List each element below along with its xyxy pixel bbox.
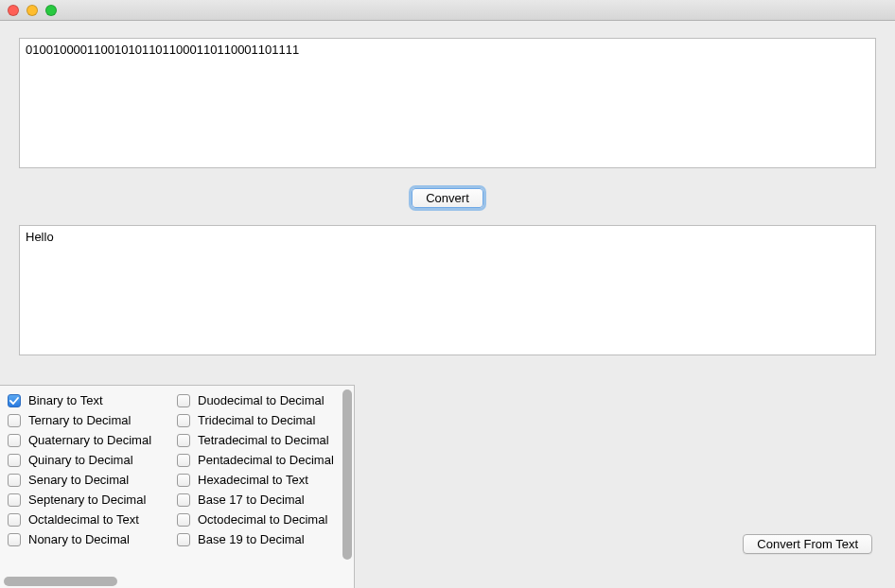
option-label: Binary to Text xyxy=(28,393,103,407)
option-row[interactable]: Octodecimal to Decimal xyxy=(177,512,339,527)
option-label: Tetradecimal to Decimal xyxy=(198,433,329,447)
convert-row: Convert xyxy=(19,171,876,225)
option-label: Quinary to Decimal xyxy=(28,453,133,467)
checkbox[interactable] xyxy=(177,394,190,407)
minimize-icon[interactable] xyxy=(26,5,38,16)
convert-button[interactable]: Convert xyxy=(412,188,483,208)
titlebar xyxy=(0,0,895,21)
option-label: Octodecimal to Decimal xyxy=(198,512,327,527)
option-row[interactable]: Duodecimal to Decimal xyxy=(177,393,339,407)
option-row[interactable]: Octaldecimal to Text xyxy=(8,512,169,527)
option-label: Pentadecimal to Decimal xyxy=(198,453,334,467)
checkbox[interactable] xyxy=(8,434,21,447)
convert-from-text-button[interactable]: Convert From Text xyxy=(743,534,872,554)
close-icon[interactable] xyxy=(8,5,19,16)
options-inner: Binary to TextTernary to DecimalQuaterna… xyxy=(8,393,339,546)
lower-region: Binary to TextTernary to DecimalQuaterna… xyxy=(0,385,895,588)
checkbox[interactable] xyxy=(177,493,190,507)
checkbox[interactable] xyxy=(8,414,21,427)
horizontal-scrollbar[interactable] xyxy=(4,577,155,586)
option-label: Septenary to Decimal xyxy=(28,493,146,507)
content-area: Convert xyxy=(0,21,895,358)
option-label: Senary to Decimal xyxy=(28,473,129,487)
option-row[interactable]: Tetradecimal to Decimal xyxy=(177,433,339,447)
checkbox[interactable] xyxy=(8,454,21,467)
option-row[interactable]: Tridecimal to Decimal xyxy=(177,413,339,427)
checkbox[interactable] xyxy=(8,493,21,507)
vertical-scrollbar-thumb[interactable] xyxy=(342,389,352,560)
option-row[interactable]: Ternary to Decimal xyxy=(8,413,169,427)
horizontal-scrollbar-thumb[interactable] xyxy=(4,577,117,586)
checkbox[interactable] xyxy=(177,414,190,427)
checkbox[interactable] xyxy=(8,533,21,546)
options-col-2: Duodecimal to DecimalTridecimal to Decim… xyxy=(177,393,339,546)
option-row[interactable]: Hexadecimal to Text xyxy=(177,473,339,487)
option-label: Ternary to Decimal xyxy=(28,413,131,427)
option-label: Nonary to Decimal xyxy=(28,532,130,546)
option-label: Hexadecimal to Text xyxy=(198,473,308,487)
option-row[interactable]: Quaternary to Decimal xyxy=(8,433,169,447)
checkbox[interactable] xyxy=(8,474,21,487)
option-label: Octaldecimal to Text xyxy=(28,512,139,527)
option-row[interactable]: Nonary to Decimal xyxy=(8,532,169,546)
options-panel: Binary to TextTernary to DecimalQuaterna… xyxy=(0,385,355,588)
output-textarea[interactable] xyxy=(19,225,876,355)
option-row[interactable]: Pentadecimal to Decimal xyxy=(177,453,339,467)
option-row[interactable]: Quinary to Decimal xyxy=(8,453,169,467)
option-row[interactable]: Base 19 to Decimal xyxy=(177,532,339,546)
option-row[interactable]: Septenary to Decimal xyxy=(8,493,169,507)
option-row[interactable]: Base 17 to Decimal xyxy=(177,493,339,507)
checkbox[interactable] xyxy=(8,394,21,407)
checkbox[interactable] xyxy=(8,513,21,527)
vertical-scrollbar[interactable] xyxy=(342,389,352,584)
option-label: Base 17 to Decimal xyxy=(198,493,305,507)
option-label: Quaternary to Decimal xyxy=(28,433,151,447)
zoom-icon[interactable] xyxy=(45,5,57,16)
checkbox[interactable] xyxy=(177,454,190,467)
checkbox[interactable] xyxy=(177,434,190,447)
checkbox[interactable] xyxy=(177,533,190,546)
input-textarea[interactable] xyxy=(19,38,876,168)
option-label: Duodecimal to Decimal xyxy=(198,393,325,407)
option-row[interactable]: Binary to Text xyxy=(8,393,169,407)
options-col-1: Binary to TextTernary to DecimalQuaterna… xyxy=(8,393,169,546)
option-label: Tridecimal to Decimal xyxy=(198,413,316,427)
checkbox[interactable] xyxy=(177,513,190,527)
checkbox[interactable] xyxy=(177,474,190,487)
option-row[interactable]: Senary to Decimal xyxy=(8,473,169,487)
option-label: Base 19 to Decimal xyxy=(198,532,305,546)
